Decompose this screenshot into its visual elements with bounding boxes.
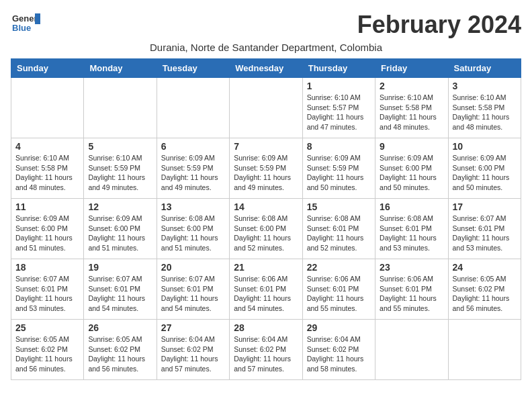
day-number: 13 — [161, 201, 225, 212]
svg-marker-3 — [35, 13, 40, 24]
day-cell-17: 17Sunrise: 6:07 AM Sunset: 6:01 PM Dayli… — [448, 199, 521, 259]
day-cell-18: 18Sunrise: 6:07 AM Sunset: 6:01 PM Dayli… — [11, 259, 84, 320]
col-header-monday: Monday — [84, 59, 157, 78]
day-cell-16: 16Sunrise: 6:08 AM Sunset: 6:01 PM Dayli… — [375, 199, 448, 259]
day-cell-12: 12Sunrise: 6:09 AM Sunset: 6:00 PM Dayli… — [84, 199, 157, 259]
calendar: SundayMondayTuesdayWednesdayThursdayFrid… — [11, 58, 521, 380]
day-info: Sunrise: 6:04 AM Sunset: 6:02 PM Dayligh… — [161, 334, 225, 374]
day-number: 24 — [453, 262, 517, 273]
day-info: Sunrise: 6:09 AM Sunset: 6:00 PM Dayligh… — [380, 153, 443, 193]
day-number: 6 — [161, 141, 225, 152]
day-info: Sunrise: 6:07 AM Sunset: 6:01 PM Dayligh… — [453, 214, 517, 253]
day-cell-20: 20Sunrise: 6:07 AM Sunset: 6:01 PM Dayli… — [157, 259, 229, 320]
day-number: 17 — [453, 201, 517, 212]
day-info: Sunrise: 6:04 AM Sunset: 6:02 PM Dayligh… — [307, 334, 371, 374]
day-cell-11: 11Sunrise: 6:09 AM Sunset: 6:00 PM Dayli… — [11, 199, 84, 259]
day-info: Sunrise: 6:09 AM Sunset: 5:59 PM Dayligh… — [307, 153, 371, 193]
day-info: Sunrise: 6:07 AM Sunset: 6:01 PM Dayligh… — [161, 274, 225, 314]
day-info: Sunrise: 6:04 AM Sunset: 6:02 PM Dayligh… — [234, 334, 298, 374]
day-cell-25: 25Sunrise: 6:05 AM Sunset: 6:02 PM Dayli… — [11, 320, 84, 380]
week-row-4: 18Sunrise: 6:07 AM Sunset: 6:01 PM Dayli… — [11, 259, 521, 320]
day-number: 20 — [161, 262, 225, 273]
day-number: 10 — [453, 141, 517, 152]
col-header-saturday: Saturday — [448, 59, 521, 78]
day-number: 14 — [234, 201, 298, 212]
day-info: Sunrise: 6:08 AM Sunset: 6:01 PM Dayligh… — [380, 214, 443, 253]
day-number: 8 — [307, 141, 371, 152]
day-number: 27 — [161, 322, 225, 333]
day-cell-24: 24Sunrise: 6:05 AM Sunset: 6:02 PM Dayli… — [448, 259, 521, 320]
day-cell-3: 3Sunrise: 6:10 AM Sunset: 5:58 PM Daylig… — [448, 78, 521, 138]
logo: General Blue — [11, 11, 40, 35]
day-number: 29 — [307, 322, 371, 333]
day-number: 28 — [234, 322, 298, 333]
day-cell-27: 27Sunrise: 6:04 AM Sunset: 6:02 PM Dayli… — [157, 320, 229, 380]
day-info: Sunrise: 6:09 AM Sunset: 5:59 PM Dayligh… — [161, 153, 225, 193]
day-info: Sunrise: 6:08 AM Sunset: 6:00 PM Dayligh… — [234, 214, 298, 253]
day-number: 9 — [380, 141, 443, 152]
col-header-wednesday: Wednesday — [230, 59, 302, 78]
day-number: 16 — [380, 201, 443, 212]
day-info: Sunrise: 6:10 AM Sunset: 5:58 PM Dayligh… — [15, 153, 79, 193]
day-info: Sunrise: 6:08 AM Sunset: 6:00 PM Dayligh… — [161, 214, 225, 253]
empty-cell — [11, 78, 84, 138]
day-info: Sunrise: 6:05 AM Sunset: 6:02 PM Dayligh… — [15, 334, 79, 374]
empty-cell — [84, 78, 157, 138]
day-number: 23 — [380, 262, 443, 273]
day-cell-23: 23Sunrise: 6:06 AM Sunset: 6:01 PM Dayli… — [375, 259, 448, 320]
day-info: Sunrise: 6:07 AM Sunset: 6:01 PM Dayligh… — [15, 274, 79, 314]
day-number: 19 — [88, 262, 152, 273]
day-number: 22 — [307, 262, 371, 273]
col-header-sunday: Sunday — [11, 59, 84, 78]
empty-cell — [157, 78, 229, 138]
day-info: Sunrise: 6:06 AM Sunset: 6:01 PM Dayligh… — [234, 274, 298, 314]
day-number: 2 — [380, 81, 443, 91]
day-cell-22: 22Sunrise: 6:06 AM Sunset: 6:01 PM Dayli… — [302, 259, 375, 320]
col-header-friday: Friday — [375, 59, 448, 78]
logo-icon: General Blue — [11, 11, 40, 35]
col-header-thursday: Thursday — [302, 59, 375, 78]
empty-cell — [448, 320, 521, 380]
day-cell-7: 7Sunrise: 6:09 AM Sunset: 5:59 PM Daylig… — [230, 138, 302, 199]
day-number: 5 — [88, 141, 152, 152]
day-info: Sunrise: 6:10 AM Sunset: 5:58 PM Dayligh… — [380, 93, 443, 132]
month-title: February 2024 — [357, 11, 521, 39]
day-number: 11 — [15, 201, 79, 212]
day-cell-28: 28Sunrise: 6:04 AM Sunset: 6:02 PM Dayli… — [230, 320, 302, 380]
day-number: 12 — [88, 201, 152, 212]
calendar-header-row: SundayMondayTuesdayWednesdayThursdayFrid… — [11, 59, 521, 78]
day-info: Sunrise: 6:06 AM Sunset: 6:01 PM Dayligh… — [307, 274, 371, 314]
week-row-2: 4Sunrise: 6:10 AM Sunset: 5:58 PM Daylig… — [11, 138, 521, 199]
day-number: 18 — [15, 262, 79, 273]
subtitle: Durania, Norte de Santander Department, … — [11, 42, 521, 53]
day-info: Sunrise: 6:06 AM Sunset: 6:01 PM Dayligh… — [380, 274, 443, 314]
day-number: 25 — [15, 322, 79, 333]
day-cell-19: 19Sunrise: 6:07 AM Sunset: 6:01 PM Dayli… — [84, 259, 157, 320]
day-number: 15 — [307, 201, 371, 212]
day-number: 21 — [234, 262, 298, 273]
day-cell-15: 15Sunrise: 6:08 AM Sunset: 6:01 PM Dayli… — [302, 199, 375, 259]
day-number: 7 — [234, 141, 298, 152]
day-cell-26: 26Sunrise: 6:05 AM Sunset: 6:02 PM Dayli… — [84, 320, 157, 380]
day-info: Sunrise: 6:10 AM Sunset: 5:58 PM Dayligh… — [453, 93, 517, 132]
day-info: Sunrise: 6:05 AM Sunset: 6:02 PM Dayligh… — [88, 334, 152, 374]
day-cell-21: 21Sunrise: 6:06 AM Sunset: 6:01 PM Dayli… — [230, 259, 302, 320]
day-info: Sunrise: 6:10 AM Sunset: 5:57 PM Dayligh… — [307, 93, 371, 132]
day-cell-1: 1Sunrise: 6:10 AM Sunset: 5:57 PM Daylig… — [302, 78, 375, 138]
svg-text:Blue: Blue — [12, 23, 31, 33]
col-header-tuesday: Tuesday — [157, 59, 229, 78]
empty-cell — [375, 320, 448, 380]
header: General Blue February 2024 — [11, 11, 521, 39]
day-info: Sunrise: 6:08 AM Sunset: 6:01 PM Dayligh… — [307, 214, 371, 253]
day-cell-14: 14Sunrise: 6:08 AM Sunset: 6:00 PM Dayli… — [230, 199, 302, 259]
day-info: Sunrise: 6:09 AM Sunset: 5:59 PM Dayligh… — [234, 153, 298, 193]
day-cell-8: 8Sunrise: 6:09 AM Sunset: 5:59 PM Daylig… — [302, 138, 375, 199]
day-cell-29: 29Sunrise: 6:04 AM Sunset: 6:02 PM Dayli… — [302, 320, 375, 380]
day-number: 1 — [307, 81, 371, 91]
empty-cell — [230, 78, 302, 138]
day-cell-6: 6Sunrise: 6:09 AM Sunset: 5:59 PM Daylig… — [157, 138, 229, 199]
day-cell-13: 13Sunrise: 6:08 AM Sunset: 6:00 PM Dayli… — [157, 199, 229, 259]
day-cell-5: 5Sunrise: 6:10 AM Sunset: 5:59 PM Daylig… — [84, 138, 157, 199]
day-cell-10: 10Sunrise: 6:09 AM Sunset: 6:00 PM Dayli… — [448, 138, 521, 199]
week-row-1: 1Sunrise: 6:10 AM Sunset: 5:57 PM Daylig… — [11, 78, 521, 138]
